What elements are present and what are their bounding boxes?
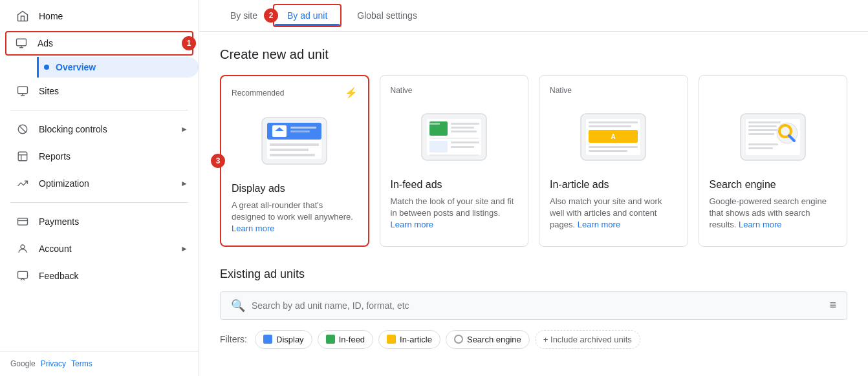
tab-by-site-label: By site [230, 10, 257, 21]
inarticle-learn-more-link[interactable]: Learn more [578, 220, 620, 229]
search-bar[interactable]: 🔍 ≡ [220, 291, 847, 320]
tab-global-settings[interactable]: Global settings [342, 0, 433, 31]
svg-rect-49 [748, 129, 779, 131]
display-learn-more-link[interactable]: Learn more [232, 224, 274, 233]
svg-rect-39 [589, 121, 638, 123]
filters-label: Filters: [220, 334, 247, 344]
card-infeed-desc: Match the look of your site and fit in b… [391, 196, 518, 231]
tab-by-ad-unit-label: By ad unit [287, 10, 327, 21]
sidebar-item-payments-label: Payments [39, 216, 188, 227]
infeed-learn-more-link[interactable]: Learn more [391, 220, 433, 229]
svg-rect-22 [270, 143, 319, 146]
sidebar: Home Ads 1 Overview Sites Blocking contr… [0, 0, 199, 376]
account-chevron-icon: ► [180, 244, 188, 253]
sidebar-item-sites[interactable]: Sites [0, 78, 199, 105]
card-display[interactable]: Recommended ⚡ [220, 75, 369, 247]
sidebar-item-ads-label: Ads [38, 38, 184, 48]
optimization-icon [16, 176, 30, 191]
filter-chip-search-label: Search engine [467, 335, 521, 344]
optimization-chevron-icon: ► [180, 179, 188, 188]
infeed-filter-icon [326, 335, 335, 344]
search-svg [734, 109, 812, 163]
search-learn-more-link[interactable]: Learn more [739, 220, 781, 229]
card-inarticle-illustration: A [550, 100, 677, 171]
search-icon: 🔍 [231, 298, 245, 313]
sidebar-item-ads[interactable]: Ads [5, 31, 193, 56]
tabs-bar: By site By ad unit 2 Global settings [199, 0, 868, 32]
sidebar-item-blocking-controls[interactable]: Blocking controls ► [0, 116, 199, 143]
sidebar-item-blocking-label: Blocking controls [39, 124, 171, 134]
card-infeed-title: In-feed ads [391, 179, 518, 191]
sidebar-privacy-link[interactable]: Privacy [41, 359, 66, 368]
filter-chip-infeed[interactable]: In-feed [318, 330, 373, 349]
svg-rect-35 [451, 146, 474, 148]
display-card-wrapper: Recommended ⚡ [220, 75, 369, 247]
reports-icon [16, 149, 30, 163]
sidebar-item-sites-label: Sites [39, 86, 188, 96]
card-infeed-badge: Native [391, 86, 518, 95]
include-archived-label: + Include archived units [543, 335, 632, 344]
card-search[interactable]: Search engine Google-powered search engi… [699, 75, 848, 247]
svg-line-7 [19, 126, 27, 133]
filter-chip-display[interactable]: Display [255, 330, 312, 349]
card-display-badge: Recommended ⚡ [232, 87, 358, 99]
sidebar-item-feedback[interactable]: Feedback [0, 262, 199, 289]
sidebar-sub-overview: Overview [0, 57, 199, 78]
sidebar-item-home[interactable]: Home [0, 3, 199, 30]
sidebar-item-optimization[interactable]: Optimization ► [0, 170, 199, 197]
card-search-illustration [710, 100, 837, 171]
card-search-desc: Google-powered search engine that shows … [710, 196, 837, 231]
filter-chip-include-archived[interactable]: + Include archived units [535, 330, 640, 349]
card-display-illustration [232, 104, 358, 175]
svg-rect-3 [18, 87, 28, 94]
card-search-badge [710, 86, 837, 95]
blocking-icon [16, 122, 30, 136]
svg-rect-23 [270, 149, 309, 151]
svg-rect-52 [748, 147, 773, 149]
svg-rect-8 [18, 152, 27, 161]
filters-bar: Filters: Display In-feed In-article Sear… [220, 330, 847, 349]
card-inarticle[interactable]: Native A [539, 75, 688, 247]
card-display-title: Display ads [232, 183, 358, 194]
svg-rect-24 [270, 154, 315, 156]
annotation-3: 3 [211, 154, 225, 168]
svg-rect-48 [748, 125, 777, 127]
filter-chip-inarticle-label: In-article [400, 335, 432, 344]
tab-global-settings-label: Global settings [357, 10, 417, 21]
sidebar-terms-link[interactable]: Terms [71, 359, 92, 368]
sidebar-divider-2 [10, 202, 188, 203]
filter-sort-icon[interactable]: ≡ [829, 298, 836, 312]
tab-by-ad-unit[interactable]: By ad unit [273, 4, 342, 27]
sidebar-item-reports[interactable]: Reports [0, 143, 199, 170]
filter-chip-infeed-label: In-feed [339, 335, 365, 344]
svg-rect-44 [589, 150, 627, 152]
svg-rect-34 [451, 141, 479, 143]
account-icon [16, 242, 30, 256]
svg-rect-40 [589, 125, 631, 127]
filter-chip-search[interactable]: Search engine [446, 330, 530, 349]
search-filter-icon [454, 335, 463, 344]
sidebar-spacer [0, 289, 199, 351]
card-infeed[interactable]: Native [380, 75, 529, 247]
sidebar-item-payments[interactable]: Payments [0, 208, 199, 235]
display-ads-svg [255, 112, 333, 167]
search-input[interactable] [252, 300, 823, 311]
svg-text:A: A [611, 133, 616, 140]
sidebar-item-overview[interactable]: Overview [37, 57, 199, 78]
home-icon [16, 9, 30, 23]
card-inarticle-badge: Native [550, 86, 677, 95]
sidebar-item-account[interactable]: Account ► [0, 235, 199, 262]
filter-chip-inarticle[interactable]: In-article [378, 330, 440, 349]
sidebar-ads-row[interactable]: Ads 1 [0, 30, 199, 57]
display-filter-icon [263, 335, 272, 344]
card-search-title: Search engine [710, 179, 837, 191]
sidebar-footer-brand: Google [10, 359, 36, 368]
annotation-2: 2 [264, 8, 278, 23]
content-area: Create new ad unit Recommended ⚡ [199, 32, 868, 376]
svg-rect-14 [18, 271, 28, 278]
sidebar-item-optimization-label: Optimization [39, 178, 171, 189]
card-inarticle-desc: Also match your site and work well with … [550, 196, 677, 231]
svg-rect-0 [17, 39, 27, 46]
svg-rect-31 [451, 131, 477, 132]
card-display-desc: A great all-rounder that's designed to w… [232, 200, 358, 235]
